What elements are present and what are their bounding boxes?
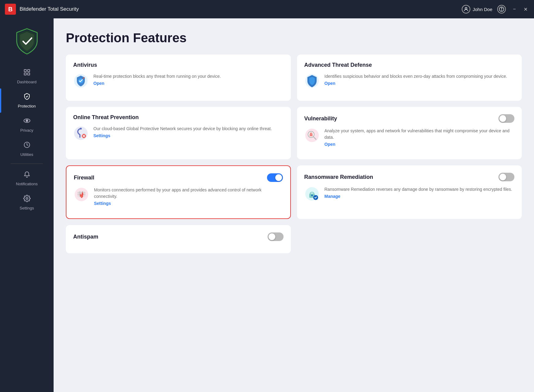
svg-rect-4 bbox=[28, 70, 30, 72]
help-icon[interactable] bbox=[497, 5, 506, 13]
user-avatar-icon bbox=[462, 5, 470, 13]
protection-icon bbox=[23, 93, 31, 102]
antivirus-desc: Real-time protection blocks any threat f… bbox=[93, 73, 221, 80]
atd-body: Identifies suspicious behavior and block… bbox=[304, 73, 515, 89]
svg-point-2 bbox=[501, 10, 502, 10]
app-logo: B bbox=[5, 4, 16, 15]
firewall-desc-wrap: Monitors connections performed by your a… bbox=[94, 187, 283, 206]
sidebar-item-utilities[interactable]: Utilities bbox=[0, 137, 54, 161]
antivirus-desc-wrap: Real-time protection blocks any threat f… bbox=[93, 73, 221, 86]
vulnerability-body: Analyze your system, apps and network fo… bbox=[304, 128, 515, 147]
brand-shield bbox=[13, 28, 41, 55]
svg-point-0 bbox=[465, 7, 467, 9]
firewall-title: Firewall bbox=[74, 175, 94, 181]
svg-rect-22 bbox=[310, 134, 313, 136]
sidebar-item-privacy[interactable]: Privacy bbox=[0, 113, 54, 137]
vulnerability-title: Vulnerability bbox=[304, 115, 337, 122]
antispam-toggle[interactable] bbox=[268, 232, 284, 241]
antivirus-card: Antivirus Real-time protection blocks an… bbox=[66, 55, 291, 101]
antivirus-icon bbox=[73, 73, 88, 89]
vulnerability-card: Vulnerability bbox=[297, 107, 522, 159]
user-name: John Doe bbox=[473, 7, 492, 12]
utilities-icon bbox=[23, 141, 31, 150]
atd-card: Advanced Threat Defense Identifies suspi… bbox=[297, 55, 522, 101]
firewall-card: Firewall bbox=[66, 165, 291, 219]
settings-icon bbox=[23, 195, 31, 204]
atd-desc: Identifies suspicious behavior and block… bbox=[325, 73, 507, 80]
sidebar-item-notifications[interactable]: Notifications bbox=[0, 166, 54, 190]
otp-desc-wrap: Our cloud-based Global Protective Networ… bbox=[93, 126, 272, 138]
vulnerability-open-link[interactable]: Open bbox=[325, 142, 336, 147]
title-bar: B Bitdefender Total Security John Doe − … bbox=[0, 0, 534, 18]
sidebar-divider bbox=[11, 164, 43, 164]
firewall-toggle-knob bbox=[275, 174, 282, 181]
ransomware-title: Ransomware Remediation bbox=[304, 174, 373, 180]
vulnerability-toggle[interactable] bbox=[498, 114, 514, 123]
close-button[interactable]: ✕ bbox=[522, 6, 529, 13]
antivirus-title-row: Antivirus bbox=[73, 62, 284, 68]
otp-desc: Our cloud-based Global Protective Networ… bbox=[93, 126, 272, 132]
vulnerability-title-row: Vulnerability bbox=[304, 114, 515, 123]
ransomware-body: Ransomware Remediation reverses any dama… bbox=[304, 186, 515, 202]
ransomware-desc: Ransomware Remediation reverses any dama… bbox=[325, 186, 512, 193]
vulnerability-toggle-knob bbox=[499, 115, 506, 122]
ransomware-toggle-knob bbox=[499, 174, 506, 180]
svg-rect-3 bbox=[24, 70, 26, 72]
otp-body: Our cloud-based Global Protective Networ… bbox=[73, 126, 284, 141]
sidebar: Dashboard Protection Privacy bbox=[0, 18, 54, 392]
firewall-toggle[interactable] bbox=[267, 173, 283, 182]
dashboard-icon bbox=[23, 69, 31, 78]
sidebar-item-settings-label: Settings bbox=[20, 206, 34, 210]
app-title: Bitdefender Total Security bbox=[20, 6, 79, 12]
user-info[interactable]: John Doe bbox=[462, 5, 492, 13]
ransomware-manage-link[interactable]: Manage bbox=[325, 194, 340, 199]
svg-point-15 bbox=[80, 128, 82, 130]
ransomware-desc-wrap: Ransomware Remediation reverses any dama… bbox=[325, 186, 512, 199]
firewall-settings-link[interactable]: Settings bbox=[94, 201, 111, 206]
atd-desc-wrap: Identifies suspicious behavior and block… bbox=[325, 73, 507, 86]
atd-open-link[interactable]: Open bbox=[325, 81, 336, 86]
atd-title-row: Advanced Threat Defense bbox=[304, 62, 515, 68]
vulnerability-desc-wrap: Analyze your system, apps and network fo… bbox=[325, 128, 515, 147]
firewall-body: Monitors connections performed by your a… bbox=[74, 187, 283, 206]
ransomware-icon bbox=[304, 186, 320, 202]
ransomware-toggle[interactable] bbox=[498, 173, 514, 181]
svg-rect-6 bbox=[28, 73, 30, 75]
antivirus-open-link[interactable]: Open bbox=[93, 81, 104, 86]
sidebar-item-dashboard[interactable]: Dashboard bbox=[0, 64, 54, 89]
svg-rect-5 bbox=[24, 73, 26, 75]
antispam-card: Antispam bbox=[66, 225, 291, 253]
svg-point-8 bbox=[26, 120, 28, 122]
otp-title: Online Threat Prevention bbox=[73, 114, 139, 121]
sidebar-item-notifications-label: Notifications bbox=[16, 182, 38, 186]
sidebar-item-privacy-label: Privacy bbox=[20, 128, 33, 133]
atd-title: Advanced Threat Defense bbox=[304, 62, 372, 68]
title-bar-right: John Doe − ✕ bbox=[462, 5, 529, 13]
firewall-title-row: Firewall bbox=[74, 173, 283, 182]
window-controls: − ✕ bbox=[511, 6, 529, 13]
title-bar-left: B Bitdefender Total Security bbox=[5, 4, 79, 15]
vulnerability-icon bbox=[304, 128, 320, 143]
app-body: Dashboard Protection Privacy bbox=[0, 18, 534, 392]
otp-settings-link[interactable]: Settings bbox=[93, 133, 110, 138]
ransomware-card: Ransomware Remediation bbox=[297, 165, 522, 219]
otp-title-row: Online Threat Prevention bbox=[73, 114, 284, 121]
firewall-icon bbox=[74, 187, 89, 202]
page-title: Protection Features bbox=[66, 31, 522, 45]
vulnerability-desc: Analyze your system, apps and network fo… bbox=[325, 128, 515, 141]
otp-card: Online Threat Prevention Our clou bbox=[66, 107, 291, 159]
cards-grid: Antivirus Real-time protection blocks an… bbox=[66, 55, 522, 219]
privacy-icon bbox=[23, 117, 31, 126]
otp-icon bbox=[73, 126, 88, 141]
sidebar-item-protection[interactable]: Protection bbox=[0, 89, 54, 113]
svg-point-10 bbox=[26, 198, 28, 199]
antispam-title-row: Antispam bbox=[73, 232, 284, 241]
main-content: Protection Features Antivirus Re bbox=[54, 18, 534, 392]
antispam-toggle-knob bbox=[269, 233, 275, 240]
sidebar-item-settings[interactable]: Settings bbox=[0, 190, 54, 215]
sidebar-item-utilities-label: Utilities bbox=[21, 152, 33, 157]
minimize-button[interactable]: − bbox=[511, 6, 518, 13]
svg-point-31 bbox=[311, 195, 313, 196]
atd-icon bbox=[304, 73, 320, 89]
antivirus-title: Antivirus bbox=[73, 62, 97, 68]
